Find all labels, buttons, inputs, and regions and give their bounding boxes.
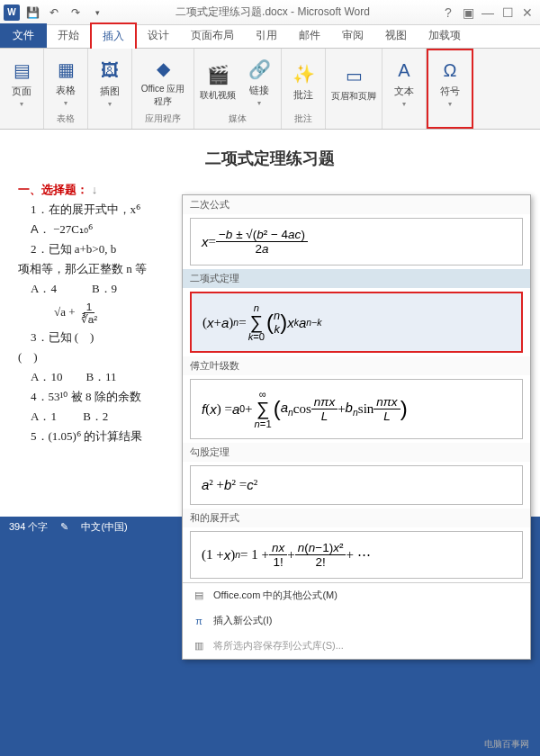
word-icon: W [4, 4, 20, 21]
table-icon: ▦ [53, 57, 78, 82]
page-icon: ▤ [9, 58, 34, 83]
illus-label: 插图 [100, 85, 120, 98]
group-media: 🎬联机视频 🔗链接▾ 媒体 [194, 49, 282, 129]
pi-small-icon: π [192, 614, 206, 628]
language[interactable]: 中文(中国) [81, 520, 127, 534]
text-icon: A [392, 58, 417, 83]
omega-icon: Ω [437, 58, 463, 83]
table-button[interactable]: ▦表格▾ [50, 57, 82, 107]
proofing-icon[interactable]: ✎ [60, 521, 68, 533]
minimize-icon[interactable]: — [479, 4, 497, 22]
links-label: 链接 [249, 84, 269, 97]
group-tables: ▦表格▾ 表格 [44, 49, 88, 129]
picture-icon: 🖼 [97, 58, 122, 83]
undo-icon[interactable]: ↶ [45, 4, 63, 22]
gallery-sumexp-formula[interactable]: (1 + x)n = 1 + nx1! + n(n−1)x²2! + ⋯ [190, 531, 523, 579]
group-page: ▤页面▾ [0, 49, 44, 129]
window-controls: ? ▣ — ☐ ✕ [439, 4, 536, 22]
tab-view[interactable]: 视图 [374, 23, 418, 48]
office-icon: ▤ [192, 589, 206, 603]
ribbon-tabs: 文件 开始 插入 设计 页面布局 引用 邮件 审阅 视图 加载项 [0, 25, 540, 49]
gallery-insert-new[interactable]: π插入新公式(I) [183, 608, 530, 634]
group-header: ▭页眉和页脚 [326, 49, 382, 129]
illustrations-button[interactable]: 🖼插图▾ [94, 58, 126, 108]
header-button[interactable]: ▭页眉和页脚 [331, 63, 376, 103]
comment-label: 批注 [293, 88, 313, 102]
page-button[interactable]: ▤页面▾ [5, 58, 38, 108]
title-bar: W 💾 ↶ ↷ ▾ 二项式定理练习题.docx - Microsoft Word… [0, 0, 540, 25]
text-label: 文本 [394, 85, 414, 98]
group-apps: ◆Office 应用程序 应用程序 [132, 49, 194, 129]
link-icon: 🔗 [247, 57, 272, 82]
group-symbols: Ω符号▾ [427, 49, 473, 129]
video-button[interactable]: 🎬联机视频 [200, 62, 236, 102]
group-illustrations: 🖼插图▾ [88, 49, 132, 129]
gallery-quad-formula[interactable]: x = −b ± √(b² − 4ac)2a [190, 218, 523, 266]
ribbon-toggle-icon[interactable]: ▣ [459, 4, 477, 22]
comment-button[interactable]: ✨批注 [287, 61, 320, 102]
gallery-binom-formula[interactable]: (x + a)n = n∑k=0(nk) xkan−k [190, 292, 523, 353]
save-icon[interactable]: 💾 [23, 4, 41, 22]
tab-insert[interactable]: 插入 [90, 22, 137, 49]
group-tables-label: 表格 [57, 112, 75, 125]
group-media-label: 媒体 [229, 112, 247, 125]
comment-icon: ✨ [291, 61, 316, 86]
text-button[interactable]: A文本▾ [388, 58, 420, 108]
gallery-fourier-header: 傅立叶级数 [183, 356, 530, 375]
tab-mail[interactable]: 邮件 [288, 23, 331, 48]
symbol-label: 符号 [440, 85, 460, 98]
video-label: 联机视频 [200, 89, 236, 102]
gallery-more-online[interactable]: ▤Office.com 中的其他公式(M) [183, 583, 530, 608]
tab-review[interactable]: 审阅 [331, 23, 374, 48]
watermark: 电脑百事网 [484, 738, 529, 751]
apps-icon: ◆ [150, 56, 176, 81]
office-label: Office 应用程序 [138, 83, 188, 108]
page-label: 页面 [12, 85, 32, 98]
tab-home[interactable]: 开始 [47, 23, 90, 48]
gallery-save-selection[interactable]: ▥将所选内容保存到公式库(S)... [183, 634, 530, 659]
doc-title: 二项式定理练习题 [18, 148, 522, 169]
tab-file[interactable]: 文件 [0, 23, 47, 48]
tab-layout[interactable]: 页面布局 [180, 23, 245, 48]
links-button[interactable]: 🔗链接▾ [243, 57, 275, 107]
save-small-icon: ▥ [192, 639, 206, 653]
group-apps-label: 应用程序 [145, 112, 181, 125]
gallery-pyth-header: 勾股定理 [183, 443, 530, 462]
gallery-more-label: Office.com 中的其他公式(M) [213, 589, 338, 602]
quick-access-toolbar: W 💾 ↶ ↷ ▾ [4, 4, 106, 22]
office-apps-button[interactable]: ◆Office 应用程序 [138, 56, 188, 108]
gallery-quad-header: 二次公式 [183, 195, 530, 214]
qat-dropdown-icon[interactable]: ▾ [88, 4, 106, 22]
close-icon[interactable]: ✕ [518, 4, 536, 22]
header-label: 页眉和页脚 [331, 90, 376, 103]
gallery-fourier-formula[interactable]: f(x) = a0 + ∞∑n=1(an cos nπxL + bn sin n… [190, 379, 523, 438]
redo-icon[interactable]: ↷ [67, 4, 85, 22]
word-count[interactable]: 394 个字 [9, 520, 48, 534]
header-icon: ▭ [341, 63, 366, 88]
window-title: 二项式定理练习题.docx - Microsoft Word [106, 4, 439, 20]
equation-gallery: 二次公式 x = −b ± √(b² − 4ac)2a 二项式定理 (x + a… [182, 194, 531, 660]
group-comments: ✨批注 批注 [282, 49, 326, 129]
gallery-new-label: 插入新公式(I) [213, 614, 272, 627]
symbol-button[interactable]: Ω符号▾ [434, 58, 466, 108]
gallery-pyth-formula[interactable]: a² + b² = c² [190, 465, 523, 505]
tab-references[interactable]: 引用 [245, 23, 288, 48]
tab-addins[interactable]: 加载项 [418, 23, 472, 48]
group-comments-label: 批注 [294, 112, 312, 125]
tab-design[interactable]: 设计 [137, 23, 180, 48]
gallery-sumexp-header: 和的展开式 [183, 508, 530, 527]
table-label: 表格 [56, 84, 76, 97]
gallery-footer: ▤Office.com 中的其他公式(M) π插入新公式(I) ▥将所选内容保存… [183, 582, 530, 659]
help-icon[interactable]: ? [439, 4, 457, 22]
ribbon: ▤页面▾ ▦表格▾ 表格 🖼插图▾ ◆Office 应用程序 应用程序 🎬联机视… [0, 49, 540, 130]
group-text: A文本▾ [382, 49, 427, 129]
gallery-save-label: 将所选内容保存到公式库(S)... [213, 639, 344, 652]
gallery-binom-header: 二项式定理 [183, 269, 530, 288]
video-icon: 🎬 [205, 62, 230, 87]
maximize-icon[interactable]: ☐ [499, 4, 517, 22]
